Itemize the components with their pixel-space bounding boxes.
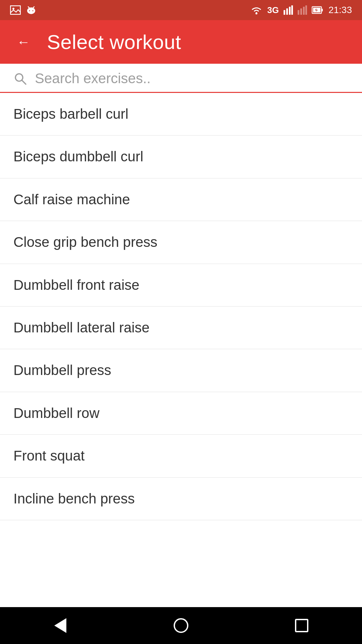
svg-point-8 — [255, 12, 257, 14]
nav-back-icon — [54, 618, 66, 633]
list-item[interactable]: Biceps dumbbell curl — [0, 136, 362, 178]
exercise-name: Dumbbell press — [13, 362, 111, 378]
svg-line-5 — [33, 7, 34, 8]
svg-rect-10 — [286, 8, 288, 15]
svg-rect-11 — [289, 7, 291, 15]
nav-recents-icon — [295, 619, 308, 632]
svg-rect-14 — [300, 8, 302, 15]
wifi-icon — [250, 5, 262, 15]
svg-rect-3 — [27, 9, 35, 12]
exercise-name: Dumbbell lateral raise — [13, 320, 149, 335]
svg-line-21 — [22, 80, 26, 84]
list-item[interactable]: Dumbbell press — [0, 349, 362, 392]
list-item[interactable]: Front squat — [0, 435, 362, 477]
time-display: 21:33 — [328, 5, 352, 15]
list-item[interactable]: Dumbbell lateral raise — [0, 307, 362, 349]
svg-rect-18 — [321, 9, 323, 11]
search-bar — [0, 64, 362, 93]
signal-full-icon — [284, 5, 293, 15]
exercise-name: Calf raise machine — [13, 192, 130, 207]
status-bar-right: 3G 21:33 — [250, 5, 352, 15]
nav-home-icon — [174, 618, 188, 633]
svg-rect-12 — [291, 5, 293, 15]
nav-home-button[interactable] — [168, 612, 194, 639]
search-icon — [13, 72, 27, 91]
network-label: 3G — [267, 5, 279, 15]
nav-back-button[interactable] — [47, 612, 74, 639]
svg-rect-9 — [284, 10, 285, 15]
page-title: Select workout — [47, 31, 181, 54]
list-item[interactable]: Calf raise machine — [0, 178, 362, 221]
exercise-list: Biceps barbell curlBiceps dumbbell curlC… — [0, 93, 362, 607]
svg-point-1 — [12, 8, 14, 10]
nav-bar — [0, 607, 362, 644]
svg-rect-15 — [303, 7, 305, 15]
search-input[interactable] — [35, 70, 349, 92]
svg-point-7 — [33, 10, 34, 11]
exercise-name: Biceps barbell curl — [13, 106, 128, 122]
svg-line-4 — [28, 7, 29, 8]
nav-recents-button[interactable] — [288, 612, 315, 639]
svg-rect-16 — [305, 5, 307, 15]
svg-rect-13 — [298, 10, 299, 15]
battery-icon — [312, 5, 324, 15]
exercise-name: Close grip bench press — [13, 234, 158, 250]
list-item[interactable]: Dumbbell front raise — [0, 264, 362, 307]
status-bar-left — [10, 5, 36, 15]
android-icon — [26, 5, 36, 15]
image-icon — [10, 5, 21, 15]
exercise-name: Dumbbell front raise — [13, 277, 139, 293]
svg-point-6 — [29, 10, 30, 11]
signal-partial-icon — [298, 5, 307, 15]
list-item[interactable]: Close grip bench press — [0, 221, 362, 264]
exercise-name: Incline bench press — [13, 491, 135, 506]
app-bar: ← Select workout — [0, 20, 362, 64]
back-button[interactable]: ← — [13, 32, 34, 52]
back-arrow-icon: ← — [17, 35, 30, 49]
status-bar: 3G 21:33 — [0, 0, 362, 20]
exercise-name: Front squat — [13, 448, 84, 464]
list-item[interactable]: Incline bench press — [0, 478, 362, 520]
list-item[interactable]: Dumbbell row — [0, 392, 362, 435]
exercise-name: Biceps dumbbell curl — [13, 149, 143, 164]
exercise-name: Dumbbell row — [13, 405, 100, 421]
list-item[interactable]: Biceps barbell curl — [0, 93, 362, 136]
